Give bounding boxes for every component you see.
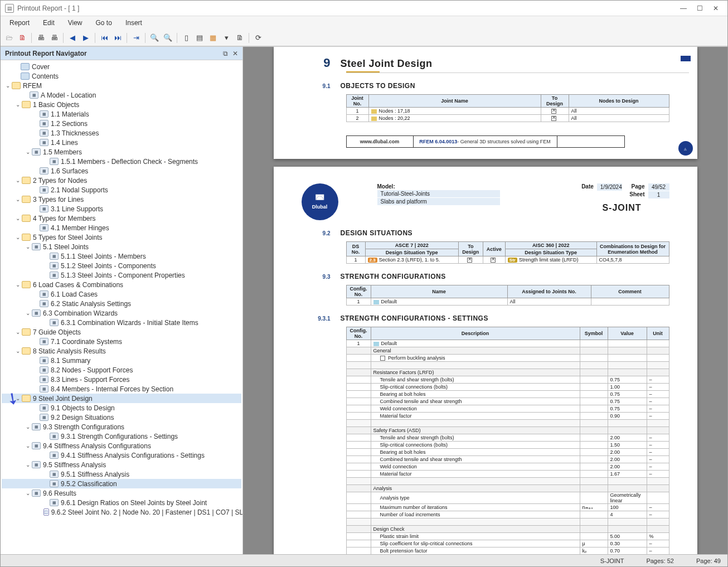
tree-rfem[interactable]: RFEM xyxy=(23,82,42,90)
close-button[interactable]: ✕ xyxy=(713,4,719,12)
zoom-out-icon[interactable]: 🔍 xyxy=(162,32,174,44)
menu-goto[interactable]: Go to xyxy=(90,18,118,28)
menu-edit[interactable]: Edit xyxy=(37,18,60,28)
report-page-49: ◚Dlubal Model: Tutorial-Steel-Joints Sla… xyxy=(274,167,697,554)
tree-b151[interactable]: 1.5.1 Members - Deflection Check - Segme… xyxy=(61,158,198,166)
app-window: ▤ Printout Report - [ 1 ] — ☐ ✕ Report E… xyxy=(0,0,728,567)
tree-b84[interactable]: 8.4 Members - Internal Forces by Section xyxy=(51,385,173,393)
tree-b83[interactable]: 8.3 Lines - Support Forces xyxy=(51,376,129,384)
page-settings-icon[interactable]: ▦ xyxy=(207,32,219,44)
tree-b41[interactable]: 4.1 Member Hinges xyxy=(51,224,109,232)
tree-b8[interactable]: 8 Static Analysis Results xyxy=(33,347,106,355)
tree-b5[interactable]: 5 Types for Steel Joints xyxy=(33,234,103,241)
tree-b96[interactable]: 9.6 Results xyxy=(43,490,76,497)
zoom-in-icon[interactable]: 🔍 xyxy=(148,32,161,44)
close-panel-icon[interactable]: ✕ xyxy=(232,50,238,57)
tree-cover[interactable]: Cover xyxy=(32,63,50,71)
tree-b14[interactable]: 1.4 Lines xyxy=(51,139,78,147)
tree-b31[interactable]: 3.1 Line Supports xyxy=(51,205,103,213)
tree-b931[interactable]: 9.3.1 Strength Configurations - Settings xyxy=(61,433,178,440)
tree-b631[interactable]: 6.3.1 Combination Wizards - Initial Stat… xyxy=(61,319,198,327)
tree-b94[interactable]: 9.4 Stiffness Analysis Configurations xyxy=(43,442,151,450)
chapter-number: 9 xyxy=(274,56,341,70)
tree-b12[interactable]: 1.2 Sections xyxy=(51,120,88,128)
tree-b512[interactable]: 5.1.2 Steel Joints - Components xyxy=(61,262,156,270)
strength-config-table: Config. No.NameAssigned to Joints No.Com… xyxy=(346,285,669,306)
tree-b71[interactable]: 7.1 Coordinate Systems xyxy=(51,338,122,346)
tree-b92[interactable]: 9.2 Design Situations xyxy=(51,414,114,421)
print-preview-icon[interactable]: 🖶 xyxy=(48,32,60,44)
tree-contents[interactable]: Contents xyxy=(32,72,59,80)
print-icon[interactable]: 🖶 xyxy=(35,32,47,44)
navigator-header: Printout Report Navigator ⧉ ✕ xyxy=(1,47,242,60)
menubar: Report Edit View Go to Insert xyxy=(1,16,727,30)
tree-b7[interactable]: 7 Guide Objects xyxy=(33,328,81,336)
navigator-title: Printout Report Navigator xyxy=(5,50,87,57)
mark-icon xyxy=(681,56,691,61)
new-doc-icon[interactable]: 🗎 xyxy=(234,32,246,44)
next-icon[interactable]: ▶ xyxy=(80,32,92,44)
tree-b9[interactable]: 9 Steel Joint Design xyxy=(33,395,93,403)
refresh-icon[interactable]: ⟳ xyxy=(252,32,264,44)
objects-table: Joint No. Joint Name To Design Nodes to … xyxy=(346,94,669,122)
navigator-panel: Printout Report Navigator ⧉ ✕ ➘ ▾Cover ▾… xyxy=(1,47,243,554)
menu-report[interactable]: Report xyxy=(4,18,35,28)
minimize-button[interactable]: — xyxy=(680,4,687,12)
tree-b6[interactable]: 6 Load Cases & Combinations xyxy=(33,281,123,289)
tree-b21[interactable]: 2.1 Nodal Supports xyxy=(51,186,108,194)
preview-area[interactable]: 9 Steel Joint Design 9.1 OBJECTS TO DESI… xyxy=(243,47,727,554)
dropdown-icon[interactable]: ▾ xyxy=(220,32,232,44)
tree-b82[interactable]: 8.2 Nodes - Support Forces xyxy=(51,366,133,374)
menu-insert[interactable]: Insert xyxy=(120,18,148,28)
tree-b951[interactable]: 9.5.1 Stiffness Analysis xyxy=(61,471,129,478)
tree-b511[interactable]: 5.1.1 Steel Joints - Members xyxy=(61,253,146,260)
goto-icon[interactable]: ⇥ xyxy=(130,32,142,44)
navigator-tree[interactable]: ➘ ▾Cover ▾Contents ⌄RFEM ·A Model - Loca… xyxy=(1,60,242,554)
tree-amodel[interactable]: A Model - Location xyxy=(41,91,96,99)
dlubal-logo-icon: ◬ xyxy=(678,141,693,156)
tree-b11[interactable]: 1.1 Materials xyxy=(51,110,89,118)
tree-b81[interactable]: 8.1 Summary xyxy=(51,357,90,365)
app-icon: ▤ xyxy=(5,4,14,13)
titlebar: ▤ Printout Report - [ 1 ] — ☐ ✕ xyxy=(1,1,727,16)
section-number: 9.1 xyxy=(274,83,341,89)
menu-view[interactable]: View xyxy=(62,18,88,28)
tree-b962[interactable]: 9.6.2 Steel Joint No. 2 | Node No. 20 | … xyxy=(51,508,242,516)
section-title: OBJECTS TO DESIGN xyxy=(341,82,415,90)
tree-b961[interactable]: 9.6.1 Design Ratios on Steel Joints by S… xyxy=(61,499,207,507)
dlubal-logo-icon: ◚Dlubal xyxy=(302,183,338,220)
page-footer: www.dlubal.com RFEM 6.04.0013 - General … xyxy=(346,135,625,148)
page-single-icon[interactable]: ▯ xyxy=(180,32,192,44)
last-icon[interactable]: ⏭ xyxy=(111,32,124,44)
tree-b3[interactable]: 3 Types for Lines xyxy=(33,196,84,203)
tree-b95[interactable]: 9.5 Stiffness Analysis xyxy=(43,461,106,469)
settings-table: Config. No.DescriptionSymbolValueUnit 1D… xyxy=(346,327,669,554)
tree-b13[interactable]: 1.3 Thicknesses xyxy=(51,129,99,137)
dock-icon[interactable]: ⧉ xyxy=(223,50,228,57)
page-header: ◚Dlubal Model: Tutorial-Steel-Joints Sla… xyxy=(302,183,669,220)
tree-b93[interactable]: 9.3 Strength Configurations xyxy=(43,423,124,431)
design-situations-table: DS No. ASCE 7 | 2022 To Design Active AI… xyxy=(346,241,669,264)
status-pages: Pages: 52 xyxy=(646,558,674,564)
tree-b941[interactable]: 9.4.1 Stiffness Analysis Configurations … xyxy=(61,452,205,459)
status-page: Page: 49 xyxy=(696,558,721,564)
tree-b62[interactable]: 6.2 Static Analysis Settings xyxy=(51,300,131,308)
prev-icon[interactable]: ◀ xyxy=(66,32,79,44)
tree-b4[interactable]: 4 Types for Members xyxy=(33,215,96,222)
tree-b61[interactable]: 6.1 Load Cases xyxy=(51,290,98,298)
statusbar: S-JOINT Pages: 52 Page: 49 xyxy=(1,554,727,566)
maximize-button[interactable]: ☐ xyxy=(697,4,703,12)
tree-b513[interactable]: 5.1.3 Steel Joints - Component Propertie… xyxy=(61,272,185,279)
tree-b1[interactable]: 1 Basic Objects xyxy=(33,101,79,109)
tree-b952[interactable]: 9.5.2 Classification xyxy=(61,480,117,488)
page-multi-icon[interactable]: ▤ xyxy=(193,32,206,44)
tree-b15[interactable]: 1.5 Members xyxy=(43,148,82,156)
tree-b16[interactable]: 1.6 Surfaces xyxy=(51,167,88,175)
tree-b63[interactable]: 6.3 Combination Wizards xyxy=(43,309,118,317)
remove-page-icon[interactable]: 🗎 xyxy=(16,32,28,44)
tree-b51[interactable]: 5.1 Steel Joints xyxy=(43,243,89,251)
tree-b2[interactable]: 2 Types for Nodes xyxy=(33,177,87,185)
open-icon[interactable]: 🗁 xyxy=(3,32,15,44)
tree-b91[interactable]: 9.1 Objects to Design xyxy=(51,404,115,412)
first-icon[interactable]: ⏮ xyxy=(98,32,110,44)
